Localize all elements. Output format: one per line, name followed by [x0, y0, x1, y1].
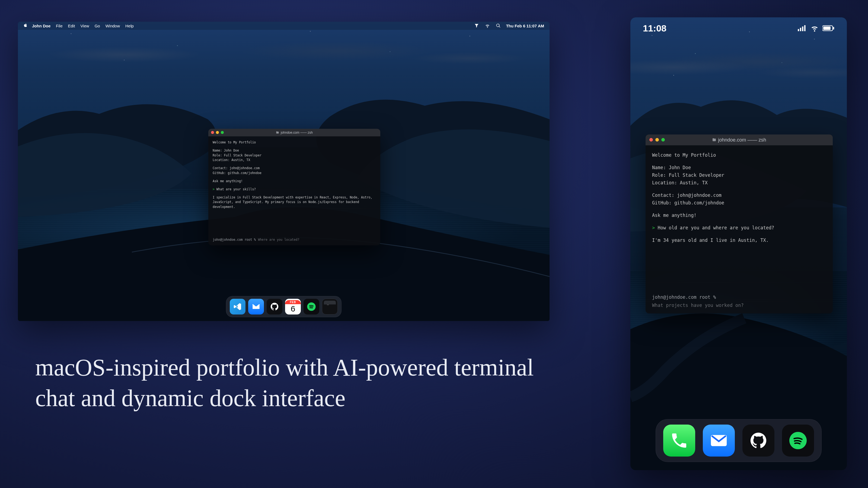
- prompt-symbol: >: [213, 187, 216, 191]
- svg-rect-7: [833, 27, 834, 29]
- terminal-titlebar[interactable]: johndoe.com —— zsh: [208, 129, 380, 136]
- menubar-item-help[interactable]: Help: [125, 24, 134, 28]
- term-role: Role: Full Stack Developer: [652, 171, 826, 179]
- term-contact: Contact: john@johndoe.com: [213, 166, 376, 171]
- hero-caption: macOS-inspired portfolio with AI-powered…: [35, 352, 551, 414]
- menubar-app-name[interactable]: John Doe: [32, 24, 51, 28]
- term-github: GitHub: github.com/johndoe: [652, 199, 826, 206]
- dock-app-calendar[interactable]: FEB 6: [285, 299, 301, 315]
- svg-rect-3: [802, 27, 803, 31]
- svg-rect-4: [804, 25, 806, 31]
- traffic-lights: [649, 138, 665, 141]
- dock-app-mail[interactable]: [248, 299, 264, 315]
- dock-app-github[interactable]: [742, 425, 774, 457]
- term-name: Name: John Doe: [652, 164, 826, 171]
- prompt-symbol: >: [652, 225, 657, 230]
- calendar-day: 6: [291, 304, 296, 313]
- cellular-icon: [798, 25, 807, 31]
- traffic-lights: [211, 131, 224, 134]
- term-welcome: Welcome to My Portfolio: [652, 151, 826, 159]
- minimize-icon[interactable]: [216, 131, 219, 134]
- terminal-body: Welcome to My Portfolio Name: John Doe R…: [646, 145, 833, 294]
- search-icon[interactable]: [496, 23, 501, 28]
- ios-statusbar: 11:08: [630, 18, 847, 39]
- terminal-input[interactable]: What projects have you worked on?: [652, 302, 744, 308]
- menubar-item-go[interactable]: Go: [95, 24, 100, 28]
- dock: FEB 6 >_: [226, 296, 341, 317]
- phone-terminal-window[interactable]: johndoe.com —— zsh Welcome to My Portfol…: [646, 134, 833, 314]
- terminal-ps1: john@johndoe.com root %: [213, 238, 256, 241]
- zoom-icon[interactable]: [661, 138, 665, 141]
- svg-rect-2: [800, 28, 801, 31]
- menubar: John Doe File Edit View Go Window Help T…: [18, 22, 550, 30]
- svg-rect-6: [823, 27, 831, 30]
- minimize-icon[interactable]: [655, 138, 659, 141]
- macos-desktop: John Doe File Edit View Go Window Help T…: [18, 22, 550, 321]
- terminal-input-row[interactable]: john@johndoe.com root % What projects ha…: [646, 294, 833, 314]
- status-time: 11:08: [643, 23, 666, 34]
- folder-icon: [276, 131, 279, 134]
- dock-app-vscode[interactable]: [230, 299, 246, 315]
- close-icon[interactable]: [211, 131, 214, 134]
- dock-app-spotify[interactable]: [304, 299, 319, 315]
- terminal-icon: >_: [325, 301, 329, 305]
- term-location: Location: Austin, TX: [213, 158, 376, 163]
- term-location: Location: Austin, TX: [652, 179, 826, 187]
- terminal-ps1: john@johndoe.com root %: [652, 294, 716, 300]
- terminal-titlebar[interactable]: johndoe.com —— zsh: [646, 134, 833, 145]
- term-welcome: Welcome to My Portfolio: [213, 140, 376, 145]
- menubar-item-file[interactable]: File: [56, 24, 62, 28]
- term-answer: I specialize in Full Stack Development w…: [213, 195, 376, 209]
- term-ask: Ask me anything!: [213, 179, 376, 184]
- term-github: GitHub: github.com/johndoe: [213, 171, 376, 176]
- menubar-clock[interactable]: Thu Feb 6 11:07 AM: [506, 24, 544, 28]
- ios-phone: 11:08 johndoe.com —— zsh Welcome to My P…: [630, 18, 847, 470]
- term-question: What are your skills?: [216, 187, 256, 191]
- dock-app-spotify[interactable]: [782, 425, 814, 457]
- terminal-input-row[interactable]: john@johndoe.com root % Where are you lo…: [208, 235, 380, 246]
- term-ask: Ask me anything!: [652, 212, 826, 219]
- terminal-title: johndoe.com —— zsh: [718, 137, 766, 143]
- terminal-input[interactable]: Where are you located?: [258, 238, 299, 241]
- calendar-month: FEB: [285, 300, 301, 304]
- dock-app-phone[interactable]: [663, 425, 695, 457]
- svg-rect-1: [798, 29, 799, 31]
- battery-icon: [823, 25, 834, 31]
- phone-dock: [656, 419, 822, 462]
- terminal-window[interactable]: johndoe.com —— zsh Welcome to My Portfol…: [208, 129, 380, 246]
- term-name: Name: John Doe: [213, 148, 376, 153]
- menu-extra-icon[interactable]: [474, 23, 479, 28]
- term-contact: Contact: john@johndoe.com: [652, 191, 826, 199]
- term-question: How old are you and where are you locate…: [657, 225, 774, 230]
- apple-icon[interactable]: [23, 23, 28, 29]
- zoom-icon[interactable]: [221, 131, 224, 134]
- term-role: Role: Full Stack Developer: [213, 153, 376, 158]
- menubar-item-window[interactable]: Window: [105, 24, 120, 28]
- term-answer: I'm 34 years old and I live in Austin, T…: [652, 236, 826, 244]
- terminal-body: Welcome to My Portfolio Name: John Doe R…: [208, 136, 380, 235]
- menubar-item-edit[interactable]: Edit: [68, 24, 75, 28]
- folder-icon: [712, 138, 716, 142]
- dock-app-github[interactable]: [267, 299, 282, 315]
- terminal-title: johndoe.com —— zsh: [281, 131, 313, 134]
- wifi-icon[interactable]: [485, 23, 490, 28]
- dock-app-mail[interactable]: [703, 425, 735, 457]
- close-icon[interactable]: [649, 138, 653, 141]
- menubar-item-view[interactable]: View: [80, 24, 89, 28]
- dock-app-terminal[interactable]: >_: [322, 299, 338, 315]
- wifi-icon: [810, 24, 818, 32]
